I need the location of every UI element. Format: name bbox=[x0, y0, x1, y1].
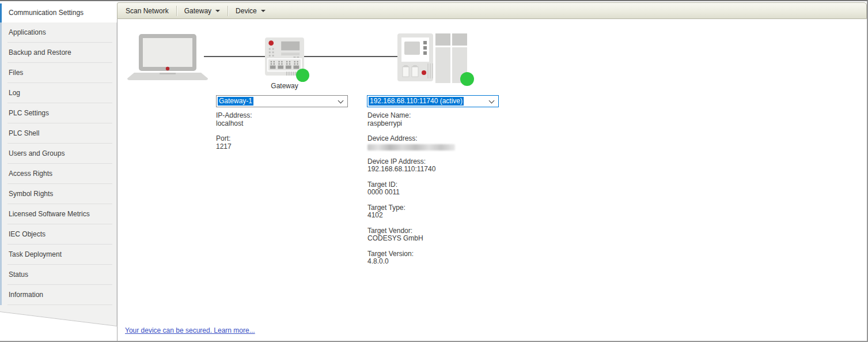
field-target-type: Target Type: 4102 bbox=[367, 204, 455, 220]
sidebar-item-label: Symbol Rights bbox=[9, 190, 53, 198]
field-value: localhost bbox=[216, 120, 252, 128]
sidebar-item-label: Access Rights bbox=[9, 170, 52, 178]
sidebar-item-label: Task Deployment bbox=[9, 250, 62, 258]
gateway-info: IP-Address: localhost Port: 1217 bbox=[216, 112, 252, 158]
field-label: Target Vendor: bbox=[367, 227, 455, 235]
sidebar-item-label: Licensed Software Metrics bbox=[9, 210, 90, 218]
gateway-caption: Gateway bbox=[263, 82, 306, 90]
redacted-value bbox=[367, 144, 455, 151]
field-value: 192.168.68.110:11740 bbox=[367, 166, 455, 174]
toolbar: Scan Network Gateway Device bbox=[117, 2, 867, 19]
sidebar-item-label: Information bbox=[9, 291, 43, 299]
sidebar-item-label: PLC Shell bbox=[9, 129, 39, 137]
device-menu-button[interactable]: Device bbox=[230, 5, 271, 17]
gateway-status-dot bbox=[296, 69, 309, 82]
field-port: Port: 1217 bbox=[216, 135, 252, 151]
chevron-down-icon bbox=[489, 98, 495, 104]
content-panel: Gateway bbox=[117, 19, 867, 341]
sidebar-item-task-deployment[interactable]: Task Deployment bbox=[0, 245, 117, 265]
field-value: raspberrypi bbox=[367, 120, 455, 128]
field-label: Target Type: bbox=[367, 204, 455, 212]
field-target-id: Target ID: 0000 0011 bbox=[367, 181, 455, 197]
device-status-dot bbox=[460, 72, 474, 86]
sidebar-item-information[interactable]: Information bbox=[0, 285, 117, 305]
sidebar-item-label: Backup and Restore bbox=[9, 48, 71, 57]
sidebar-item-access-rights[interactable]: Access Rights bbox=[0, 164, 117, 184]
device-menu-label: Device bbox=[236, 7, 257, 15]
field-label: Device Name: bbox=[367, 112, 455, 120]
sidebar-item-status[interactable]: Status bbox=[0, 265, 117, 285]
sidebar-item-label: IEC Objects bbox=[9, 230, 46, 238]
sidebar-item-plc-shell[interactable]: PLC Shell bbox=[0, 123, 117, 144]
sidebar-item-communication-settings[interactable]: Communication Settings bbox=[0, 3, 117, 22]
sidebar-item-plc-settings[interactable]: PLC Settings bbox=[0, 103, 117, 123]
field-ip-address: IP-Address: localhost bbox=[216, 112, 252, 127]
field-label: Device IP Address: bbox=[367, 158, 455, 166]
sidebar-panel: Applications Backup and Restore Files Lo… bbox=[0, 22, 117, 326]
plc-device-icon bbox=[397, 33, 469, 83]
gateway-menu-label: Gateway bbox=[184, 7, 211, 15]
chevron-down-icon bbox=[338, 98, 344, 104]
field-label: Target Version: bbox=[367, 250, 455, 258]
chevron-down-icon bbox=[215, 10, 220, 12]
scan-network-label: Scan Network bbox=[126, 7, 169, 15]
field-target-version: Target Version: 4.8.0.0 bbox=[367, 250, 455, 266]
device-info: Device Name: raspberrypi Device Address:… bbox=[367, 112, 455, 273]
field-label: IP-Address: bbox=[216, 112, 252, 120]
sidebar-item-backup-and-restore[interactable]: Backup and Restore bbox=[0, 43, 117, 63]
sidebar-item-label: Log bbox=[9, 89, 20, 97]
field-label: Device Address: bbox=[367, 135, 455, 143]
field-value: 4102 bbox=[367, 212, 455, 220]
sidebar-item-label: Applications bbox=[9, 28, 46, 36]
device-security-link[interactable]: Your device can be secured. Learn more..… bbox=[125, 326, 255, 335]
toolbar-separator bbox=[176, 6, 177, 16]
sidebar-item-label: Files bbox=[9, 69, 23, 77]
chevron-down-icon bbox=[261, 10, 266, 12]
host-pc-icon bbox=[127, 34, 209, 84]
device-node[interactable] bbox=[397, 33, 469, 85]
field-label: Target ID: bbox=[367, 181, 455, 189]
sidebar-item-symbol-rights[interactable]: Symbol Rights bbox=[0, 184, 117, 204]
gateway-select[interactable]: Gateway-1 bbox=[216, 95, 348, 107]
field-value: 1217 bbox=[216, 143, 252, 151]
sidebar-item-label: Users and Groups bbox=[9, 149, 65, 157]
sidebar-item-applications[interactable]: Applications bbox=[0, 22, 117, 43]
field-device-address: Device Address: bbox=[367, 135, 455, 151]
field-value: 0000 0011 bbox=[367, 189, 455, 197]
toolbar-separator bbox=[228, 6, 228, 16]
field-value: CODESYS GmbH bbox=[367, 235, 455, 243]
gateway-select-value: Gateway-1 bbox=[218, 97, 253, 106]
sidebar-item-files[interactable]: Files bbox=[0, 63, 117, 83]
sidebar-item-iec-objects[interactable]: IEC Objects bbox=[0, 224, 117, 245]
device-select-value: 192.168.68.110:11740 (active) bbox=[369, 97, 464, 106]
field-label: Port: bbox=[216, 135, 252, 143]
gateway-menu-button[interactable]: Gateway bbox=[179, 5, 226, 17]
field-value: 4.8.0.0 bbox=[367, 258, 455, 266]
sidebar-item-licensed-software-metrics[interactable]: Licensed Software Metrics bbox=[0, 204, 117, 224]
sidebar-item-label: Communication Settings bbox=[9, 9, 84, 17]
device-select[interactable]: 192.168.68.110:11740 (active) bbox=[367, 95, 499, 107]
sidebar-item-users-and-groups[interactable]: Users and Groups bbox=[0, 144, 117, 164]
field-device-ip-address: Device IP Address: 192.168.68.110:11740 bbox=[367, 158, 455, 174]
sidebar-item-label: Status bbox=[9, 270, 28, 279]
device-editor-window: Communication Settings Applications Back… bbox=[0, 0, 868, 342]
field-device-name: Device Name: raspberrypi bbox=[367, 112, 455, 127]
sidebar-item-log[interactable]: Log bbox=[0, 83, 117, 103]
field-target-vendor: Target Vendor: CODESYS GmbH bbox=[367, 227, 455, 243]
scan-network-button[interactable]: Scan Network bbox=[120, 5, 175, 17]
laptop-icon bbox=[127, 34, 209, 81]
sidebar-item-label: PLC Settings bbox=[9, 109, 49, 117]
